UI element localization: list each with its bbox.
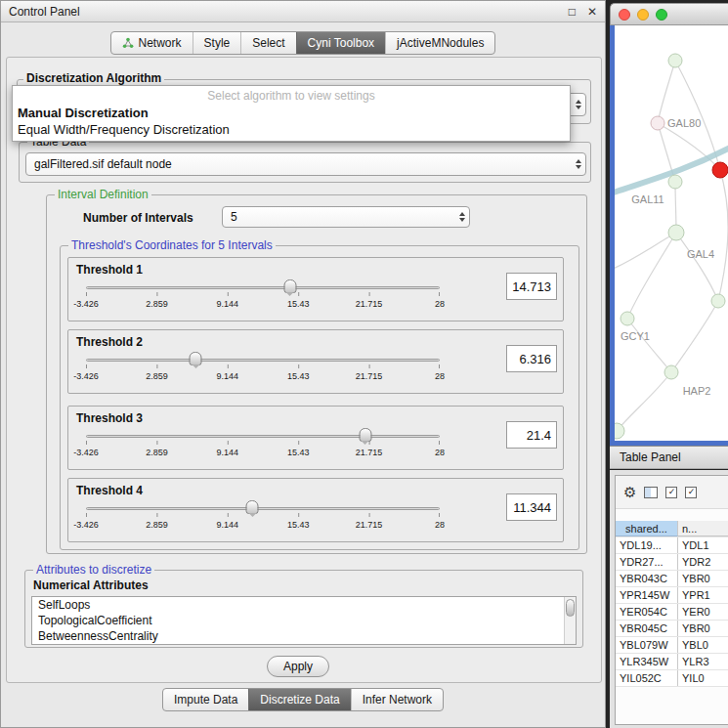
network-graph[interactable]: GAL80 GAL11 GAL4 GCY1 HAP2 [615, 25, 728, 441]
cell-shared-name[interactable]: YDL19... [616, 537, 678, 553]
threshold-1-value-field[interactable]: 14.713 [506, 273, 557, 300]
cell-name[interactable]: YBL0 [678, 637, 728, 653]
cell-shared-name[interactable]: YER054C [616, 604, 678, 620]
table-data-combobox[interactable]: galFiltered.sif default node [25, 152, 586, 176]
close-window-icon[interactable]: ✕ [587, 6, 597, 18]
slider-tick-labels: -3.426 2.859 9.144 15.43 21.715 28 [86, 448, 440, 459]
spinner-icon[interactable] [576, 100, 581, 109]
tab-infer-network[interactable]: Infer Network [351, 689, 443, 710]
threshold-1-slider[interactable] [86, 279, 440, 297]
slider-thumb[interactable] [246, 500, 259, 514]
table-row[interactable]: YBR045C YBR0 [616, 621, 728, 637]
checkbox-icon-1[interactable]: ✓ [665, 487, 677, 498]
tick-label: 21.715 [356, 520, 383, 530]
slider-tick-labels: -3.426 2.859 9.144 15.43 21.715 28 [86, 299, 440, 311]
table-row[interactable]: YLR345W YLR3 [616, 654, 728, 670]
apply-button[interactable]: Apply [267, 656, 329, 677]
number-of-intervals-combobox[interactable]: 5 [222, 206, 470, 228]
column-header-name[interactable]: n... [678, 521, 728, 536]
threshold-2-value-field[interactable]: 6.316 [506, 345, 557, 372]
network-view-canvas[interactable]: GAL80 GAL11 GAL4 GCY1 HAP2 [610, 25, 728, 446]
table-row[interactable]: YBL079W YBL0 [616, 637, 728, 654]
tab-impute-data[interactable]: Impute Data [163, 689, 248, 710]
tab-style[interactable]: Style [193, 32, 241, 54]
spinner-icon[interactable] [459, 212, 465, 222]
node-hap2[interactable] [664, 365, 678, 379]
slider-track[interactable] [86, 507, 440, 510]
threshold-2-panel: Threshold 2 -3.426 2.859 9.144 15.43 21.… [67, 329, 564, 394]
node-gal80[interactable] [651, 116, 664, 130]
cell-name[interactable]: YDL1 [678, 537, 728, 553]
node-gal11[interactable] [668, 175, 682, 189]
cell-shared-name[interactable]: YPR145W [616, 587, 678, 603]
bottom-tab-group: Impute Data Discretize Data Infer Networ… [162, 688, 444, 711]
node-gal4[interactable] [668, 225, 684, 240]
cell-name[interactable]: YBR0 [678, 621, 728, 636]
list-item-selfloops[interactable]: SelfLoops [32, 597, 576, 613]
node-gcy1[interactable] [621, 312, 634, 325]
close-button[interactable] [619, 9, 630, 21]
columns-icon[interactable] [644, 487, 658, 498]
table-row[interactable]: YDL19... YDL1 [616, 537, 728, 554]
cell-name[interactable]: YDR2 [678, 554, 728, 570]
cell-shared-name[interactable]: YBR045C [616, 621, 678, 636]
threshold-3-slider[interactable] [86, 428, 440, 446]
table-row[interactable]: YBR043C YBR0 [616, 571, 728, 587]
cell-shared-name[interactable]: YBL079W [616, 637, 678, 653]
node[interactable] [615, 423, 624, 439]
tab-cyni-toolbox-label: Cyni Toolbox [308, 36, 374, 50]
dropdown-option-equal-width[interactable]: Equal Width/Frequency Discretization [13, 121, 570, 138]
slider-track[interactable] [86, 286, 440, 289]
cell-shared-name[interactable]: YBR043C [616, 571, 678, 586]
tab-network[interactable]: Network [111, 32, 193, 54]
scrollbar-thumb[interactable] [566, 599, 575, 617]
cell-name[interactable]: YLR3 [678, 654, 728, 669]
node-label-gal4: GAL4 [687, 248, 714, 260]
node-label-hap2: HAP2 [683, 385, 711, 397]
minimize-button[interactable] [637, 9, 649, 21]
threshold-4-value-field[interactable]: 11.344 [506, 493, 557, 521]
checkbox-icon-2[interactable]: ✓ [685, 487, 697, 498]
network-nodes[interactable] [615, 54, 728, 439]
tab-jactivemnodules[interactable]: jActiveMNodules [385, 32, 494, 54]
list-item-betweennesscentrality[interactable]: BetweennessCentrality [32, 628, 576, 644]
table-row[interactable]: YDR27... YDR2 [616, 554, 728, 571]
node[interactable] [668, 54, 682, 67]
tick-label: 2.859 [146, 371, 168, 381]
table-row[interactable]: YIL052C YIL0 [616, 670, 728, 687]
slider-thumb[interactable] [190, 352, 202, 365]
table-row[interactable]: YER054C YER0 [616, 604, 728, 621]
slider-thumb[interactable] [359, 428, 371, 442]
dropdown-option-manual-discretization[interactable]: Manual Discretization [13, 105, 570, 121]
tab-select[interactable]: Select [240, 32, 295, 54]
table-row[interactable]: YPR145W YPR1 [616, 587, 728, 604]
numerical-attributes-label: Numerical Attributes [33, 578, 149, 592]
threshold-3-value-field[interactable]: 21.4 [506, 421, 557, 449]
threshold-4-slider[interactable] [86, 500, 440, 518]
cell-shared-name[interactable]: YDR27... [616, 554, 678, 570]
threshold-2-slider[interactable] [86, 352, 440, 369]
spinner-icon[interactable] [576, 159, 581, 169]
node-selected-red[interactable] [712, 162, 728, 178]
attributes-scrollbar[interactable] [564, 597, 576, 644]
node[interactable] [711, 294, 725, 308]
table-toolbar: ⚙ ✓ ✓ [616, 476, 728, 509]
gear-icon[interactable]: ⚙ [623, 485, 636, 499]
slider-track[interactable] [86, 435, 440, 438]
list-item-topologicalcoefficient[interactable]: TopologicalCoefficient [32, 613, 576, 628]
tab-cyni-toolbox[interactable]: Cyni Toolbox [296, 32, 385, 54]
cell-shared-name[interactable]: YIL052C [616, 670, 678, 686]
slider-track[interactable] [86, 359, 440, 362]
slider-thumb[interactable] [283, 279, 296, 293]
cell-name[interactable]: YIL0 [678, 670, 728, 686]
tick-label: -3.426 [73, 299, 99, 309]
tab-discretize-data[interactable]: Discretize Data [248, 689, 350, 710]
float-window-icon[interactable]: □ [569, 6, 576, 18]
zoom-button[interactable] [656, 9, 667, 21]
cell-name[interactable]: YBR0 [678, 571, 728, 586]
cell-name[interactable]: YER0 [678, 604, 728, 620]
tick-label: -3.426 [73, 371, 99, 381]
cell-name[interactable]: YPR1 [678, 587, 728, 603]
column-header-shared-name[interactable]: shared... [616, 521, 678, 536]
cell-shared-name[interactable]: YLR345W [616, 654, 678, 669]
